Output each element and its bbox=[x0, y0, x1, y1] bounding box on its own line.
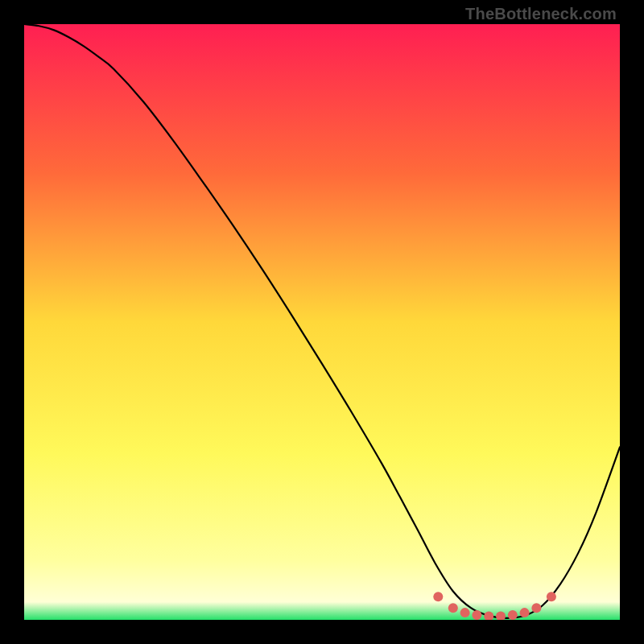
highlight-dot bbox=[460, 608, 470, 617]
highlight-dot bbox=[520, 608, 530, 617]
highlight-dot bbox=[472, 610, 481, 620]
highlight-dot bbox=[448, 603, 458, 613]
chart-container: TheBottleneck.com bbox=[0, 0, 644, 644]
chart-svg bbox=[24, 24, 620, 620]
highlight-dot bbox=[531, 603, 541, 613]
highlight-dot bbox=[508, 610, 518, 620]
plot-area bbox=[24, 24, 620, 620]
gradient-bg bbox=[24, 24, 620, 620]
watermark-text: TheBottleneck.com bbox=[465, 5, 617, 23]
highlight-dot bbox=[433, 592, 443, 601]
highlight-dot bbox=[547, 592, 556, 601]
